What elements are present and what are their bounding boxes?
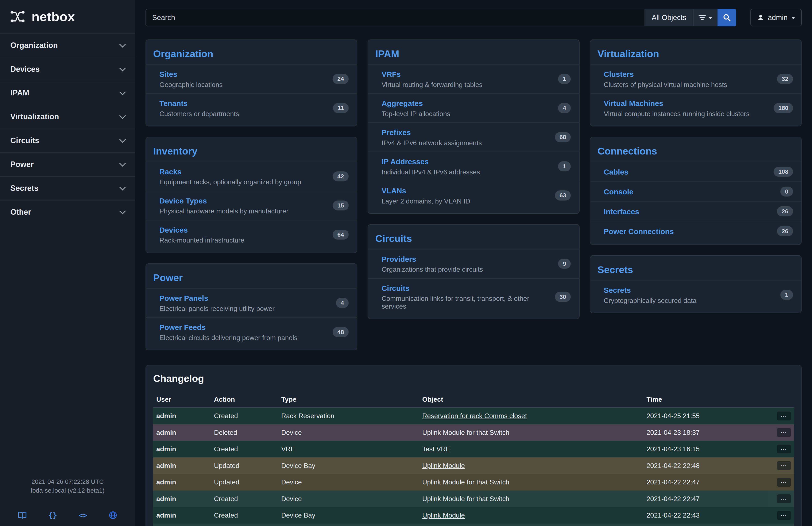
row-actions-button[interactable]: ⋯ [777, 412, 791, 421]
sidebar-item-organization[interactable]: Organization [0, 33, 135, 57]
item-text: Prefixes IPv4 & IPv6 network assignments [381, 128, 482, 147]
dashboard-item-circuits: Circuits Communication links for transit… [368, 278, 579, 315]
row-actions-button[interactable]: ⋯ [777, 511, 791, 520]
devices-link[interactable]: Devices [159, 226, 188, 234]
item-description: IPv4 & IPv6 network assignments [381, 139, 482, 147]
card-virtualization: Virtualization Clusters Clusters of phys… [590, 40, 802, 127]
api-braces-icon[interactable]: {} [48, 511, 57, 520]
changelog-object-link[interactable]: Uplink Module [422, 511, 465, 519]
aggregates-link[interactable]: Aggregates [381, 99, 423, 108]
sidebar-item-circuits[interactable]: Circuits [0, 129, 135, 152]
changelog-user: admin [153, 424, 211, 441]
card-organization: Organization Sites Geographic locations … [146, 40, 357, 127]
item-description: Cryptographically secured data [604, 297, 697, 304]
row-actions-button[interactable]: ⋯ [777, 478, 791, 487]
filter-options-button[interactable] [693, 9, 717, 26]
item-description: Geographic locations [159, 81, 223, 89]
power-feeds-link[interactable]: Power Feeds [159, 323, 206, 332]
dashboard-item-vlans: VLANs Layer 2 domains, by VLAN ID 63 [368, 181, 579, 210]
changelog-object-link[interactable]: Reservation for rack Comms closet [422, 412, 527, 420]
sidebar-item-label: Circuits [10, 136, 39, 145]
vrfs-link[interactable]: VRFs [381, 70, 401, 79]
chevron-down-icon [119, 89, 126, 95]
column-header-time: Time [643, 391, 768, 408]
interfaces-link[interactable]: Interfaces [604, 208, 639, 216]
racks-link[interactable]: Racks [159, 168, 182, 176]
sites-link[interactable]: Sites [159, 70, 177, 79]
row-actions-button[interactable]: ⋯ [777, 445, 791, 454]
power-panels-link[interactable]: Power Panels [159, 294, 208, 303]
cables-link[interactable]: Cables [604, 168, 628, 176]
virtual-machines-link[interactable]: Virtual Machines [604, 99, 663, 108]
changelog-type: Device [278, 491, 419, 507]
changelog-user: admin [153, 441, 211, 457]
count-badge: 11 [333, 103, 349, 113]
changelog-user: admin [153, 474, 211, 491]
community-globe-icon[interactable] [109, 511, 117, 520]
ip-addresses-link[interactable]: IP Addresses [381, 157, 429, 166]
card-title: Virtualization [590, 42, 801, 64]
changelog-object-link[interactable]: Test VRF [422, 445, 450, 453]
count-badge: 64 [333, 230, 349, 240]
column-header-type: Type [278, 391, 419, 408]
row-actions-button[interactable]: ⋯ [777, 494, 791, 503]
changelog-action: Created [211, 441, 278, 457]
sidebar-item-devices[interactable]: Devices [0, 57, 135, 81]
tenants-link[interactable]: Tenants [159, 99, 188, 108]
item-text: VRFs Virtual routing & forwarding tables [381, 69, 482, 89]
item-text: Devices Rack-mounted infrastructure [159, 225, 244, 244]
changelog-time: 2021-04-22 22:47 [643, 491, 768, 507]
item-text: Secrets Cryptographically secured data [604, 285, 697, 304]
changelog-user: admin [153, 524, 211, 526]
row-actions-button[interactable]: ⋯ [777, 428, 791, 437]
item-text: VLANs Layer 2 domains, by VLAN ID [381, 186, 470, 205]
changelog-row: admin Created VRF Test VRF 2021-04-23 16… [153, 441, 794, 457]
sidebar-item-ipam[interactable]: IPAM [0, 81, 135, 105]
brand-home-link[interactable]: netbox [0, 0, 135, 33]
dashboard-item-clusters: Clusters Clusters of physical virtual ma… [590, 64, 801, 93]
changelog-object-link[interactable]: Uplink Module [422, 462, 465, 469]
device-types-link[interactable]: Device Types [159, 197, 207, 205]
dashboard-item-power-panels: Power Panels Electrical panels receiving… [146, 288, 357, 317]
circuits-link[interactable]: Circuits [381, 284, 410, 293]
sidebar-item-label: Power [10, 160, 34, 169]
chevron-down-icon [791, 17, 795, 19]
search-input[interactable] [146, 9, 644, 26]
docs-book-icon[interactable] [18, 511, 27, 520]
item-description: Electrical panels receiving utility powe… [159, 305, 275, 313]
dashboard-item-secrets: Secrets Cryptographically secured data 1 [590, 280, 801, 309]
vlans-link[interactable]: VLANs [381, 187, 406, 195]
count-badge: 32 [777, 74, 793, 84]
providers-link[interactable]: Providers [381, 255, 416, 264]
row-actions-button[interactable]: ⋯ [777, 461, 791, 470]
item-text: Device Types Physical hardware models by… [159, 196, 289, 215]
console-link[interactable]: Console [604, 188, 633, 196]
user-menu-button[interactable]: admin [750, 9, 802, 26]
item-text: Tenants Customers or departments [159, 98, 239, 118]
source-code-icon[interactable]: <> [79, 511, 87, 520]
changelog-object: Uplink Module for that Switch [422, 495, 509, 502]
search-submit-button[interactable] [717, 9, 737, 26]
secrets-link[interactable]: Secrets [604, 286, 631, 295]
sidebar-item-label: Other [10, 208, 31, 216]
dashboard-item-power-connections: Power Connections 26 [590, 221, 801, 241]
power-connections-link[interactable]: Power Connections [604, 227, 674, 236]
sidebar-item-other[interactable]: Other [0, 200, 135, 224]
changelog-time: 2021-04-23 16:15 [643, 441, 768, 457]
card-changelog: Changelog User Action Type Object Time [146, 365, 802, 526]
item-text: Virtual Machines Virtual compute instanc… [604, 98, 750, 118]
changelog-type: Device [278, 424, 419, 441]
clusters-link[interactable]: Clusters [604, 70, 634, 79]
user-icon [757, 14, 764, 21]
item-text: IP Addresses Individual IPv4 & IPv6 addr… [381, 157, 480, 176]
server-timestamp: 2021-04-26 07:22:28 UTC [7, 477, 128, 486]
sidebar-item-power[interactable]: Power [0, 152, 135, 176]
item-description: Rack-mounted infrastructure [159, 237, 244, 244]
prefixes-link[interactable]: Prefixes [381, 128, 411, 137]
chevron-down-icon [119, 208, 126, 214]
all-objects-button[interactable]: All Objects [644, 9, 693, 26]
sidebar-item-label: Virtualization [10, 112, 59, 121]
sidebar-item-virtualization[interactable]: Virtualization [0, 105, 135, 129]
sidebar-item-secrets[interactable]: Secrets [0, 176, 135, 200]
changelog-row: admin Updated Device Uplink Module for t… [153, 474, 794, 491]
